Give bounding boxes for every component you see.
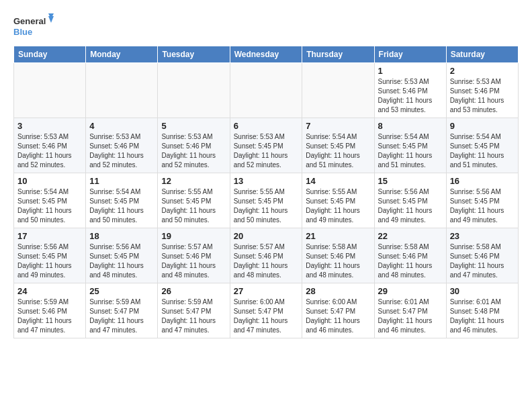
- day-number: 16: [450, 176, 515, 186]
- day-number: 1: [378, 66, 443, 76]
- day-number: 20: [234, 231, 299, 241]
- calendar-day-cell: 30Sunrise: 6:01 AM Sunset: 5:48 PM Dayli…: [446, 283, 518, 338]
- day-info: Sunrise: 5:55 AM Sunset: 5:45 PM Dayligh…: [306, 187, 370, 225]
- calendar-day-cell: 12Sunrise: 5:55 AM Sunset: 5:45 PM Dayli…: [158, 173, 230, 228]
- day-number: 26: [161, 286, 226, 296]
- day-info: Sunrise: 5:56 AM Sunset: 5:45 PM Dayligh…: [378, 187, 443, 225]
- day-info: Sunrise: 5:58 AM Sunset: 5:46 PM Dayligh…: [306, 242, 370, 280]
- calendar-day-cell: 8Sunrise: 5:54 AM Sunset: 5:45 PM Daylig…: [374, 118, 446, 173]
- calendar-day-cell: 28Sunrise: 6:00 AM Sunset: 5:47 PM Dayli…: [302, 283, 374, 338]
- day-number: 27: [234, 286, 299, 296]
- day-number: 6: [234, 121, 299, 131]
- calendar-day-cell: [230, 63, 302, 118]
- calendar-day-cell: 5Sunrise: 5:53 AM Sunset: 5:46 PM Daylig…: [158, 118, 230, 173]
- calendar-day-cell: 23Sunrise: 5:58 AM Sunset: 5:46 PM Dayli…: [446, 228, 518, 283]
- day-number: 24: [17, 286, 82, 296]
- calendar-week-row: 1Sunrise: 5:53 AM Sunset: 5:46 PM Daylig…: [14, 63, 519, 118]
- day-info: Sunrise: 5:53 AM Sunset: 5:46 PM Dayligh…: [450, 77, 515, 115]
- day-info: Sunrise: 5:56 AM Sunset: 5:45 PM Dayligh…: [450, 187, 515, 225]
- svg-text:General: General: [13, 16, 46, 26]
- day-info: Sunrise: 6:00 AM Sunset: 5:47 PM Dayligh…: [306, 298, 370, 335]
- day-info: Sunrise: 6:00 AM Sunset: 5:47 PM Dayligh…: [234, 298, 299, 335]
- calendar-day-cell: [86, 63, 158, 118]
- calendar-day-cell: [14, 63, 86, 118]
- day-info: Sunrise: 5:53 AM Sunset: 5:46 PM Dayligh…: [17, 132, 82, 170]
- day-number: 25: [89, 286, 154, 296]
- weekday-header-cell: Saturday: [446, 46, 518, 63]
- calendar-body: 1Sunrise: 5:53 AM Sunset: 5:46 PM Daylig…: [14, 63, 519, 338]
- page-header: General Blue: [13, 13, 519, 39]
- calendar-day-cell: 1Sunrise: 5:53 AM Sunset: 5:46 PM Daylig…: [374, 63, 446, 118]
- day-number: 14: [306, 176, 370, 186]
- weekday-header-cell: Monday: [86, 46, 158, 63]
- day-info: Sunrise: 5:55 AM Sunset: 5:45 PM Dayligh…: [234, 187, 299, 225]
- logo-svg: General Blue: [13, 13, 54, 39]
- day-number: 29: [378, 286, 443, 296]
- day-info: Sunrise: 5:54 AM Sunset: 5:45 PM Dayligh…: [378, 132, 443, 170]
- calendar-day-cell: 4Sunrise: 5:53 AM Sunset: 5:46 PM Daylig…: [86, 118, 158, 173]
- calendar-day-cell: 7Sunrise: 5:54 AM Sunset: 5:45 PM Daylig…: [302, 118, 374, 173]
- calendar-day-cell: 27Sunrise: 6:00 AM Sunset: 5:47 PM Dayli…: [230, 283, 302, 338]
- weekday-header-cell: Thursday: [302, 46, 374, 63]
- day-info: Sunrise: 5:54 AM Sunset: 5:45 PM Dayligh…: [89, 187, 154, 225]
- day-info: Sunrise: 6:01 AM Sunset: 5:47 PM Dayligh…: [378, 298, 443, 335]
- day-number: 9: [450, 121, 515, 131]
- day-number: 4: [89, 121, 154, 131]
- weekday-header-cell: Wednesday: [230, 46, 302, 63]
- day-info: Sunrise: 5:54 AM Sunset: 5:45 PM Dayligh…: [17, 187, 82, 225]
- day-number: 19: [161, 231, 226, 241]
- calendar-day-cell: 14Sunrise: 5:55 AM Sunset: 5:45 PM Dayli…: [302, 173, 374, 228]
- day-info: Sunrise: 5:59 AM Sunset: 5:46 PM Dayligh…: [17, 298, 82, 335]
- calendar-day-cell: [302, 63, 374, 118]
- day-info: Sunrise: 5:53 AM Sunset: 5:45 PM Dayligh…: [234, 132, 299, 170]
- day-info: Sunrise: 6:01 AM Sunset: 5:48 PM Dayligh…: [450, 298, 515, 335]
- calendar-week-row: 10Sunrise: 5:54 AM Sunset: 5:45 PM Dayli…: [14, 173, 519, 228]
- day-info: Sunrise: 5:57 AM Sunset: 5:46 PM Dayligh…: [161, 242, 226, 280]
- day-number: 5: [161, 121, 226, 131]
- calendar-day-cell: 21Sunrise: 5:58 AM Sunset: 5:46 PM Dayli…: [302, 228, 374, 283]
- calendar-day-cell: 11Sunrise: 5:54 AM Sunset: 5:45 PM Dayli…: [86, 173, 158, 228]
- day-number: 21: [306, 231, 370, 241]
- day-number: 8: [378, 121, 443, 131]
- calendar-day-cell: 18Sunrise: 5:56 AM Sunset: 5:45 PM Dayli…: [86, 228, 158, 283]
- day-number: 2: [450, 66, 515, 76]
- day-info: Sunrise: 5:57 AM Sunset: 5:46 PM Dayligh…: [234, 242, 299, 280]
- weekday-header-cell: Tuesday: [158, 46, 230, 63]
- calendar-day-cell: 13Sunrise: 5:55 AM Sunset: 5:45 PM Dayli…: [230, 173, 302, 228]
- day-info: Sunrise: 5:53 AM Sunset: 5:46 PM Dayligh…: [89, 132, 154, 170]
- day-info: Sunrise: 5:53 AM Sunset: 5:46 PM Dayligh…: [378, 77, 443, 115]
- calendar-day-cell: 20Sunrise: 5:57 AM Sunset: 5:46 PM Dayli…: [230, 228, 302, 283]
- day-info: Sunrise: 5:53 AM Sunset: 5:46 PM Dayligh…: [161, 132, 226, 170]
- calendar-day-cell: 10Sunrise: 5:54 AM Sunset: 5:45 PM Dayli…: [14, 173, 86, 228]
- day-number: 18: [89, 231, 154, 241]
- calendar-table: SundayMondayTuesdayWednesdayThursdayFrid…: [13, 46, 519, 338]
- day-info: Sunrise: 5:54 AM Sunset: 5:45 PM Dayligh…: [450, 132, 515, 170]
- calendar-day-cell: 29Sunrise: 6:01 AM Sunset: 5:47 PM Dayli…: [374, 283, 446, 338]
- day-number: 23: [450, 231, 515, 241]
- day-number: 17: [17, 231, 82, 241]
- weekday-header-row: SundayMondayTuesdayWednesdayThursdayFrid…: [14, 46, 519, 63]
- day-number: 7: [306, 121, 370, 131]
- day-number: 15: [378, 176, 443, 186]
- calendar-day-cell: 15Sunrise: 5:56 AM Sunset: 5:45 PM Dayli…: [374, 173, 446, 228]
- day-number: 3: [17, 121, 82, 131]
- day-info: Sunrise: 5:54 AM Sunset: 5:45 PM Dayligh…: [306, 132, 370, 170]
- calendar-day-cell: 19Sunrise: 5:57 AM Sunset: 5:46 PM Dayli…: [158, 228, 230, 283]
- day-info: Sunrise: 5:59 AM Sunset: 5:47 PM Dayligh…: [161, 298, 226, 335]
- day-number: 10: [17, 176, 82, 186]
- weekday-header-cell: Sunday: [14, 46, 86, 63]
- calendar-week-row: 3Sunrise: 5:53 AM Sunset: 5:46 PM Daylig…: [14, 118, 519, 173]
- day-info: Sunrise: 5:56 AM Sunset: 5:45 PM Dayligh…: [17, 242, 82, 280]
- calendar-day-cell: 9Sunrise: 5:54 AM Sunset: 5:45 PM Daylig…: [446, 118, 518, 173]
- calendar-day-cell: 2Sunrise: 5:53 AM Sunset: 5:46 PM Daylig…: [446, 63, 518, 118]
- day-number: 22: [378, 231, 443, 241]
- day-number: 28: [306, 286, 370, 296]
- svg-text:Blue: Blue: [13, 27, 32, 37]
- day-info: Sunrise: 5:56 AM Sunset: 5:45 PM Dayligh…: [89, 242, 154, 280]
- day-number: 11: [89, 176, 154, 186]
- weekday-header-cell: Friday: [374, 46, 446, 63]
- day-number: 12: [161, 176, 226, 186]
- calendar-day-cell: [158, 63, 230, 118]
- day-info: Sunrise: 5:59 AM Sunset: 5:47 PM Dayligh…: [89, 298, 154, 335]
- calendar-day-cell: 22Sunrise: 5:58 AM Sunset: 5:46 PM Dayli…: [374, 228, 446, 283]
